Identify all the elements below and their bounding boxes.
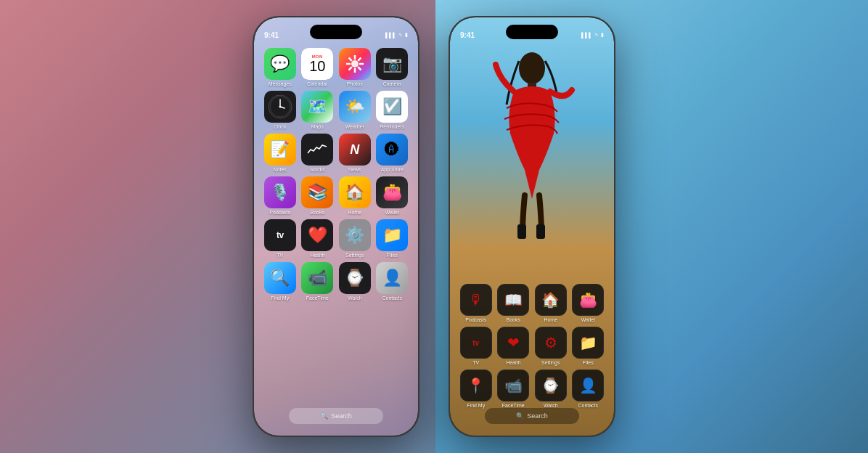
files-dark-icon: 📁 bbox=[572, 327, 604, 359]
dynamic-island-2 bbox=[506, 25, 558, 39]
app-watch[interactable]: ⌚ Watch bbox=[337, 262, 372, 301]
svg-point-0 bbox=[351, 60, 359, 68]
app2-podcasts[interactable]: 🎙 Podcasts bbox=[459, 284, 494, 322]
watch-dark-label: Watch bbox=[544, 403, 558, 408]
dynamic-island-1 bbox=[310, 25, 362, 39]
wallet-icon: 👛 bbox=[376, 176, 408, 208]
appstore-icon: 🅐 bbox=[376, 134, 408, 166]
health-label: Health bbox=[310, 253, 324, 258]
facetime-icon: 📹 bbox=[301, 262, 333, 294]
app-wallet[interactable]: 👛 Wallet bbox=[375, 176, 410, 215]
svg-point-14 bbox=[519, 52, 545, 84]
svg-line-8 bbox=[348, 67, 351, 70]
podcasts-dark-label: Podcasts bbox=[465, 317, 486, 322]
podcasts-icon: 🎙️ bbox=[264, 176, 296, 208]
app2-books[interactable]: 📖 Books bbox=[496, 284, 531, 322]
books-dark-label: Books bbox=[507, 317, 520, 322]
app2-files[interactable]: 📁 Files bbox=[571, 327, 606, 365]
app-grid-2: 🎙 Podcasts 📖 Books 🏠 Home bbox=[456, 284, 608, 408]
svg-line-5 bbox=[348, 58, 351, 61]
weather-icon: 🌤️ bbox=[339, 91, 371, 123]
phone-1-screen: 9:41 ▌▌▌ ∿ ▮ 💬 Messages MON bbox=[254, 17, 418, 436]
app-stocks[interactable]: Stocks bbox=[300, 134, 335, 172]
phone-2: 9:41 ▌▌▌ ∿ ▮ 🎙 Podcasts � bbox=[449, 16, 615, 437]
books-icon: 📚 bbox=[301, 176, 333, 208]
svg-line-6 bbox=[358, 67, 361, 70]
appstore-label: App Store bbox=[381, 167, 404, 172]
app-grid-1: 💬 Messages MON 10 Calendar bbox=[260, 48, 412, 301]
app-maps[interactable]: 🗺️ Maps bbox=[300, 91, 335, 129]
facetime-dark-icon: 📹 bbox=[497, 370, 529, 401]
app-clock[interactable]: Clock bbox=[263, 91, 298, 129]
wallet-label: Wallet bbox=[385, 210, 399, 215]
home-dark-label: Home bbox=[544, 317, 557, 322]
app-settings[interactable]: ⚙️ Settings bbox=[337, 219, 372, 258]
stocks-label: Stocks bbox=[310, 167, 325, 172]
app2-findmy[interactable]: 📍 Find My bbox=[459, 370, 494, 408]
app2-health[interactable]: ❤ Health bbox=[496, 327, 531, 365]
calendar-label: Calendar bbox=[307, 81, 327, 86]
photos-label: Photos bbox=[347, 81, 363, 86]
photos-icon bbox=[339, 48, 371, 80]
app-home[interactable]: 🏠 Home bbox=[337, 176, 372, 215]
settings-dark-icon: ⚙ bbox=[535, 327, 567, 359]
app-notes[interactable]: 📝 Notes bbox=[263, 134, 298, 172]
status-icons-1: ▌▌▌ ∿ ▮ bbox=[385, 32, 408, 38]
app2-settings[interactable]: ⚙ Settings bbox=[533, 327, 568, 365]
app2-facetime[interactable]: 📹 FaceTime bbox=[496, 370, 531, 408]
messages-label: Messages bbox=[269, 81, 292, 86]
wifi-icon-2: ∿ bbox=[594, 32, 599, 38]
stocks-icon bbox=[301, 134, 333, 166]
battery-icon-2: ▮ bbox=[601, 32, 604, 38]
app2-contacts[interactable]: 👤 Contacts bbox=[571, 370, 606, 408]
app2-wallet[interactable]: 👛 Wallet bbox=[571, 284, 606, 322]
app-news[interactable]: N News bbox=[337, 134, 372, 172]
phone-2-screen: 9:41 ▌▌▌ ∿ ▮ 🎙 Podcasts � bbox=[450, 17, 614, 436]
app-camera[interactable]: 📷 Camera bbox=[375, 48, 410, 86]
app-weather[interactable]: 🌤️ Weather bbox=[337, 91, 372, 129]
svg-rect-17 bbox=[536, 224, 545, 239]
facetime-label: FaceTime bbox=[306, 295, 329, 301]
app-tv[interactable]: tv TV bbox=[263, 219, 298, 258]
svg-line-7 bbox=[358, 58, 361, 61]
app-podcasts[interactable]: 🎙️ Podcasts bbox=[263, 176, 298, 215]
app-facetime[interactable]: 📹 FaceTime bbox=[300, 262, 335, 301]
app2-watch[interactable]: ⌚ Watch bbox=[533, 370, 568, 408]
watch-label: Watch bbox=[348, 295, 362, 301]
app-appstore[interactable]: 🅐 App Store bbox=[375, 134, 410, 172]
news-label: News bbox=[348, 167, 361, 172]
reminders-icon: ☑️ bbox=[376, 91, 408, 123]
findmy-label: Find My bbox=[271, 295, 289, 301]
findmy-dark-icon: 📍 bbox=[460, 370, 492, 401]
clock-label: Clock bbox=[274, 124, 287, 129]
books-dark-icon: 📖 bbox=[497, 284, 529, 316]
home-label: Home bbox=[348, 210, 361, 215]
findmy-icon: 🔍 bbox=[264, 262, 296, 294]
maps-label: Maps bbox=[311, 124, 324, 129]
battery-icon-1: ▮ bbox=[405, 32, 408, 38]
app-calendar[interactable]: MON 10 Calendar bbox=[300, 48, 335, 86]
svg-point-13 bbox=[279, 106, 281, 108]
wifi-icon-1: ∿ bbox=[398, 32, 403, 38]
search-bar-2[interactable]: 🔍 Search bbox=[485, 408, 579, 424]
facetime-dark-label: FaceTime bbox=[502, 403, 525, 408]
app-books[interactable]: 📚 Books bbox=[300, 176, 335, 215]
search-label-1: Search bbox=[331, 412, 352, 420]
app-messages[interactable]: 💬 Messages bbox=[263, 48, 298, 86]
home-dark-icon: 🏠 bbox=[535, 284, 567, 316]
app-reminders[interactable]: ☑️ Reminders bbox=[375, 91, 410, 129]
search-bar-1[interactable]: 🔍 Search bbox=[289, 408, 383, 424]
notes-icon: 📝 bbox=[264, 134, 296, 166]
app-files[interactable]: 📁 Files bbox=[375, 219, 410, 258]
contacts-icon: 👤 bbox=[376, 262, 408, 294]
app2-tv[interactable]: tv TV bbox=[459, 327, 494, 365]
news-icon: N bbox=[339, 134, 371, 166]
wallet-dark-icon: 👛 bbox=[572, 284, 604, 316]
app-health[interactable]: ❤️ Health bbox=[300, 219, 335, 258]
app2-home[interactable]: 🏠 Home bbox=[533, 284, 568, 322]
app-findmy[interactable]: 🔍 Find My bbox=[263, 262, 298, 301]
svg-rect-16 bbox=[517, 224, 526, 239]
contacts-dark-icon: 👤 bbox=[572, 370, 604, 401]
app-photos[interactable]: Photos bbox=[337, 48, 372, 86]
app-contacts[interactable]: 👤 Contacts bbox=[375, 262, 410, 301]
